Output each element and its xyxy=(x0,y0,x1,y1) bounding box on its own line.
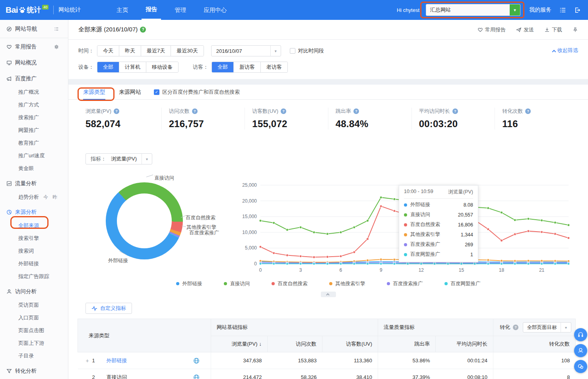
metric-visits: 访问次数? 216,757 xyxy=(161,108,245,130)
col-conversions[interactable]: 转化次数 xyxy=(493,336,576,352)
site-selector[interactable]: 汇总网站 ▾ xyxy=(426,4,520,16)
legend-external[interactable]: 外部链接 xyxy=(176,280,202,287)
nav-home[interactable]: 主页 xyxy=(113,0,132,20)
help-icon[interactable]: ? xyxy=(452,108,458,114)
compare-period-checkbox[interactable]: 对比时间段 xyxy=(290,47,324,54)
sidebar-item-trend-analysis[interactable]: 趋势分析 今 昨 xyxy=(0,191,68,203)
device-option-pc[interactable]: 计算机 xyxy=(119,62,146,72)
col-visits[interactable]: 访问次数 xyxy=(268,336,322,352)
tab-source-type[interactable]: 来源类型 xyxy=(83,85,105,100)
tooltip-metric: 浏览量(PV) xyxy=(448,189,474,195)
col-avg-duration[interactable]: 平均访问时长 xyxy=(436,336,493,352)
date-picker[interactable]: 2016/10/07 ▾ xyxy=(211,45,281,56)
my-services-link[interactable]: 我的服务 xyxy=(529,6,551,14)
sidebar-item-promo-url-speed[interactable]: 推广url速度 xyxy=(0,149,68,162)
sidebar-item-search-promo[interactable]: 搜索推广 xyxy=(0,111,68,124)
legend-other-search[interactable]: 其他搜索引擎 xyxy=(329,280,365,287)
globe-icon[interactable] xyxy=(193,374,200,379)
nav-report[interactable]: 报告 xyxy=(142,0,161,20)
time-option-7days[interactable]: 最近7天 xyxy=(141,46,171,56)
sidebar-item-favorites[interactable]: 常用报告 xyxy=(0,40,68,54)
sidebar-item-ad-tracking[interactable]: 指定广告跟踪 xyxy=(0,270,68,283)
nav-manage[interactable]: 管理 xyxy=(171,0,190,20)
sidebar-item-promo-overview[interactable]: 推广概况 xyxy=(0,86,68,99)
nav-appcenter[interactable]: 应用中心 xyxy=(200,0,231,20)
conversion-goal-select[interactable]: 全部页面目标 ▾ xyxy=(523,322,571,333)
qq-service-button[interactable] xyxy=(574,344,587,357)
sidebar-item-page-flow[interactable]: 页面上下游 xyxy=(0,337,68,350)
sidebar-item-visit-analysis[interactable]: 访问分析 xyxy=(0,284,68,299)
help-icon[interactable]: ? xyxy=(353,108,359,114)
sidebar-item-all-sources[interactable]: 全部来源 xyxy=(0,219,68,232)
sidebar-item-external-links[interactable]: 外部链接 xyxy=(0,257,68,270)
sidebar-item-site-overview[interactable]: 网站概况 xyxy=(0,56,68,70)
sidebar-item-traffic-analysis[interactable]: 流量分析 xyxy=(0,176,68,191)
visitor-option-all[interactable]: 全部 xyxy=(212,62,233,72)
download-report-button[interactable]: 下载 xyxy=(544,26,562,33)
time-option-30days[interactable]: 最近30天 xyxy=(171,46,203,56)
chart-metric-select[interactable]: 指标： 浏览量(PV) ▾ xyxy=(85,153,152,164)
megaphone-icon xyxy=(6,76,12,81)
device-option-mobile[interactable]: 移动设备 xyxy=(146,62,178,72)
sidebar-item-conversion-analysis[interactable]: 转化分析 xyxy=(0,364,68,378)
col-bounce[interactable]: 跳出率 xyxy=(378,336,436,352)
col-pv-sortable[interactable]: 浏览量(PV)↓ xyxy=(211,336,268,352)
sidebar-item-promo-method[interactable]: 推广方式 xyxy=(0,99,68,111)
help-icon[interactable]: ? xyxy=(281,108,286,114)
sidebar-item-baidu-promo[interactable]: 百度推广 xyxy=(0,72,68,86)
list-menu-icon[interactable] xyxy=(559,7,566,14)
sidebar-item-source-analysis[interactable]: 来源分析 xyxy=(0,205,68,219)
headset-service-button[interactable] xyxy=(574,328,587,341)
sidebar-item-entry-pages[interactable]: 入口页面 xyxy=(0,311,68,324)
checkbox-unchecked[interactable] xyxy=(290,48,295,54)
pin-report-button[interactable] xyxy=(572,27,578,33)
help-icon[interactable]: ? xyxy=(192,108,198,114)
device-option-all[interactable]: 全部 xyxy=(97,62,119,72)
sidebar-item-page-click-map[interactable]: 页面点击图 xyxy=(0,324,68,337)
globe-icon[interactable] xyxy=(193,358,200,364)
source-data-table: 来源类型 网站基础指标 流量质量指标 转化 ? 全部页面目标 ▾ 浏览量(PV)… xyxy=(78,319,576,379)
checkbox-checked[interactable] xyxy=(154,89,159,95)
svg-text:10,000: 10,000 xyxy=(242,230,257,235)
trend-yesterday-link[interactable]: 昨 xyxy=(52,194,57,201)
logout-icon[interactable] xyxy=(574,7,581,14)
tooltip-row: 百度搜索推广269 xyxy=(404,240,473,249)
help-icon[interactable]: ? xyxy=(525,108,531,114)
legend-direct[interactable]: 直接访问 xyxy=(224,280,250,287)
sidebar-item-network-promo[interactable]: 网盟推广 xyxy=(0,124,68,137)
col-uv[interactable]: 访客数(UV) xyxy=(322,336,378,352)
tab-source-site[interactable]: 来源网站 xyxy=(119,85,141,100)
sidebar-item-subdirectory[interactable]: 子目录 xyxy=(0,350,68,362)
help-icon[interactable]: ? xyxy=(513,325,518,330)
sidebar-item-visited-pages[interactable]: 受访页面 xyxy=(0,299,68,311)
svg-text:6: 6 xyxy=(340,267,342,273)
gear-icon[interactable] xyxy=(54,44,59,50)
collapse-filter-button[interactable]: 收起筛选 xyxy=(553,47,578,54)
legend-organic[interactable]: 百度自然搜索 xyxy=(272,280,308,287)
favorite-report-button[interactable]: 常用报告 xyxy=(477,26,506,33)
baidu-logo[interactable]: Bai 统计 40 xyxy=(0,5,49,15)
send-report-button[interactable]: 发送 xyxy=(516,26,534,33)
visitor-option-returning[interactable]: 老访客 xyxy=(260,62,287,72)
title-help-icon[interactable]: ? xyxy=(140,27,146,33)
trend-today-link[interactable]: 今 xyxy=(43,194,48,201)
custom-metric-button[interactable]: 自定义指标 xyxy=(85,303,132,314)
expand-row-icon[interactable]: + xyxy=(86,358,92,364)
site-selector-caret-icon[interactable]: ▾ xyxy=(510,4,520,16)
collapse-sidebar-icon[interactable] xyxy=(54,26,59,32)
time-option-yesterday[interactable]: 昨天 xyxy=(119,46,141,56)
sidebar-item-edu-promo[interactable]: 教育推广 xyxy=(0,137,68,149)
help-icon[interactable]: ? xyxy=(114,108,119,114)
sidebar-item-search-terms[interactable]: 搜索词 xyxy=(0,245,68,257)
collapse-chart-button[interactable] xyxy=(321,292,336,297)
source-share-donut-chart[interactable] xyxy=(106,182,183,259)
legend-ad-network[interactable]: 百度网盟推广 xyxy=(444,280,481,287)
source-link[interactable]: 外部链接 xyxy=(107,357,127,364)
time-option-today[interactable]: 今天 xyxy=(97,46,119,56)
sidebar-item-golden-eye[interactable]: 黄金眼 xyxy=(0,162,68,175)
legend-ppc[interactable]: 百度搜索推广 xyxy=(387,280,423,287)
sidebar-item-search-engines[interactable]: 搜索引擎 xyxy=(0,232,68,245)
visitor-option-new[interactable]: 新访客 xyxy=(233,62,260,72)
wechat-service-button[interactable] xyxy=(574,360,587,373)
distinguish-checkbox[interactable]: 区分百度付费推广和百度自然搜索 xyxy=(154,89,240,96)
